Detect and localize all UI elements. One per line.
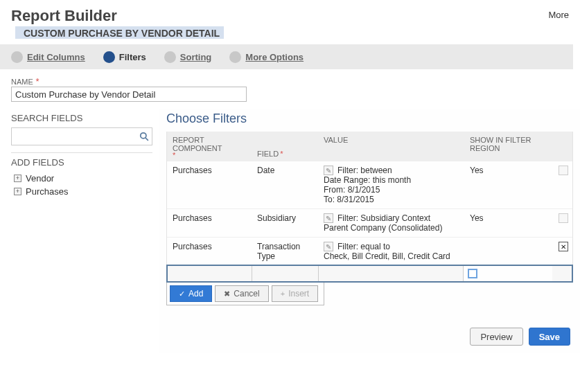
insert-row-button[interactable]: + Insert: [272, 285, 318, 302]
wizard-step-more-options[interactable]: More Options: [229, 51, 304, 63]
row-handle-icon: [559, 166, 568, 175]
field-item-label: Vendor: [26, 173, 54, 184]
show-in-filter-checkbox[interactable]: [468, 269, 477, 278]
wizard-bar: Edit Columns Filters Sorting More Option…: [0, 44, 573, 69]
cell-show-in-filter: Yes: [464, 161, 553, 208]
value-line: Filter: equal to: [337, 242, 390, 251]
close-icon: ✖: [224, 289, 230, 299]
filter-row[interactable]: PurchasesSubsidiary✎Filter: Subsidiary C…: [167, 208, 572, 237]
cancel-row-button[interactable]: ✖ Cancel: [215, 285, 268, 302]
name-label: NAME: [11, 78, 33, 86]
wizard-dot-icon: [164, 51, 176, 63]
add-row-button[interactable]: ✓ Add: [170, 285, 212, 302]
wizard-dot-icon: [11, 51, 23, 63]
row-action-buttons: ✓ Add ✖ Cancel + Insert: [166, 283, 324, 305]
filter-input-row: [166, 265, 573, 283]
col-header-report-component: REPORT COMPONENT: [173, 136, 246, 152]
add-row-label: Add: [188, 289, 203, 299]
wizard-step-sorting[interactable]: Sorting: [164, 51, 212, 63]
cell-field: Subsidiary: [252, 209, 318, 237]
col-header-field: FIELD: [257, 150, 279, 158]
more-link[interactable]: More: [548, 10, 569, 20]
expand-icon: +: [14, 175, 21, 182]
cell-show-in-filter: Yes: [464, 209, 553, 237]
edit-filter-icon[interactable]: ✎: [324, 166, 333, 175]
input-report-component[interactable]: [168, 266, 252, 281]
cell-report-component: Purchases: [167, 161, 252, 208]
col-header-value: VALUE: [324, 136, 348, 144]
wizard-step-edit-columns[interactable]: Edit Columns: [11, 51, 85, 63]
required-star-icon: *: [35, 76, 39, 87]
insert-row-label: Insert: [288, 289, 309, 299]
report-subtitle: CUSTOM PURCHASE BY VENDOR DETAIL: [15, 26, 224, 39]
cell-delete: [553, 209, 572, 237]
wizard-step-label: More Options: [245, 52, 304, 62]
filter-row[interactable]: PurchasesDate✎Filter: betweenDate Range:…: [167, 161, 572, 208]
cell-value: ✎Filter: betweenDate Range: this monthFr…: [318, 161, 464, 208]
cell-delete: ✕: [553, 238, 572, 265]
input-field[interactable]: [252, 266, 318, 281]
required-star-icon: *: [280, 150, 283, 158]
value-line: Filter: Subsidiary Context: [337, 213, 430, 223]
value-line: Parent Company (Consolidated): [324, 223, 459, 233]
save-button[interactable]: Save: [529, 328, 570, 346]
cell-field: Transaction Type: [252, 238, 318, 265]
search-button[interactable]: [136, 128, 152, 145]
cell-show-in-filter: [464, 238, 553, 265]
svg-line-1: [145, 138, 148, 141]
value-line: Check, Bill Credit, Bill, Credit Card: [324, 251, 459, 261]
plus-icon: +: [281, 289, 285, 298]
page-title: Report Builder: [11, 7, 117, 25]
cell-report-component: Purchases: [167, 238, 252, 265]
cell-delete: [553, 161, 572, 208]
value-line: From: 8/1/2015: [324, 185, 459, 195]
cell-value: ✎Filter: Subsidiary ContextParent Compan…: [318, 209, 464, 237]
required-star-icon: *: [173, 152, 246, 158]
svg-point-0: [140, 133, 146, 139]
input-value[interactable]: [319, 266, 463, 281]
report-name-input[interactable]: [11, 87, 247, 102]
search-fields-input[interactable]: [12, 129, 136, 144]
field-item-label: Purchases: [26, 186, 68, 197]
search-field-wrapper: [11, 127, 152, 145]
value-line: To: 8/31/2015: [324, 195, 459, 204]
wizard-step-label: Edit Columns: [27, 52, 85, 62]
cell-report-component: Purchases: [167, 209, 252, 237]
wizard-dot-icon: [103, 51, 115, 63]
value-line: Date Range: this month: [324, 175, 459, 185]
search-icon: [139, 132, 149, 141]
edit-filter-icon[interactable]: ✎: [324, 213, 333, 223]
wizard-step-label: Sorting: [180, 52, 212, 62]
add-field-item[interactable]: +Vendor: [11, 172, 152, 185]
cell-field: Date: [252, 161, 318, 208]
value-line: Filter: between: [337, 166, 392, 175]
col-header-show-in-filter: SHOW IN FILTER REGION: [470, 136, 531, 152]
add-field-item[interactable]: +Purchases: [11, 185, 152, 198]
delete-row-icon[interactable]: ✕: [559, 242, 568, 251]
wizard-dot-icon: [229, 51, 241, 63]
search-fields-label: SEARCH FIELDS: [11, 113, 152, 123]
row-handle-icon: [559, 213, 568, 223]
choose-filters-title: Choose Filters: [166, 112, 573, 126]
wizard-step-filters[interactable]: Filters: [103, 51, 146, 63]
cell-value: ✎Filter: equal toCheck, Bill Credit, Bil…: [318, 238, 464, 265]
filters-table: REPORT COMPONENT * FIELD * VALUE SHOW IN…: [166, 132, 573, 283]
wizard-step-label: Filters: [119, 52, 146, 62]
expand-icon: +: [14, 188, 21, 195]
check-icon: ✓: [179, 289, 185, 299]
filter-row[interactable]: PurchasesTransaction Type✎Filter: equal …: [167, 237, 572, 265]
preview-button[interactable]: Preview: [470, 328, 522, 346]
cancel-row-label: Cancel: [234, 289, 259, 299]
edit-filter-icon[interactable]: ✎: [324, 242, 333, 251]
add-fields-label: ADD FIELDS: [11, 157, 152, 168]
